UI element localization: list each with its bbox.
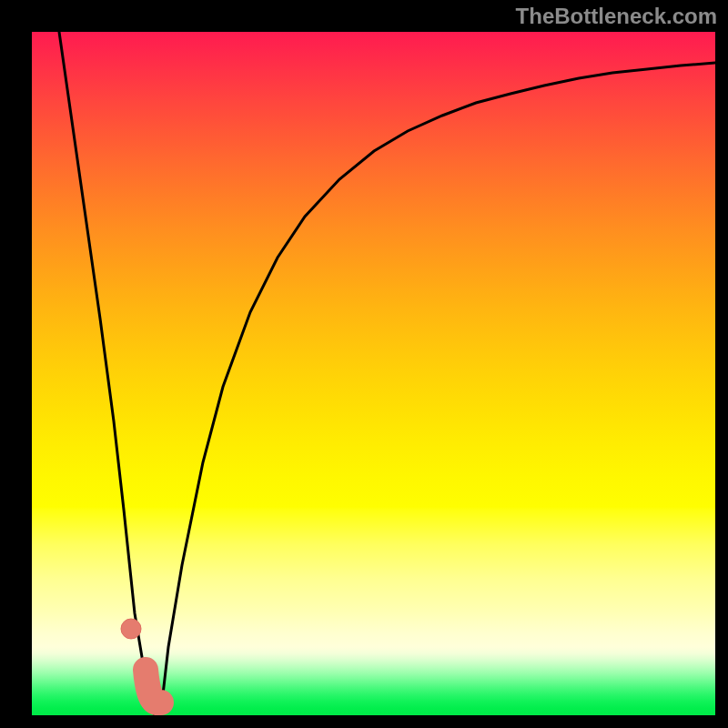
chart-svg bbox=[32, 32, 715, 715]
plot-area bbox=[32, 32, 715, 715]
watermark-label: TheBottleneck.com bbox=[516, 4, 717, 29]
bottleneck-curve bbox=[59, 32, 715, 715]
marker-segment-b bbox=[146, 670, 161, 703]
marker-point-a bbox=[121, 619, 141, 639]
chart-frame: TheBottleneck.com bbox=[0, 0, 728, 728]
